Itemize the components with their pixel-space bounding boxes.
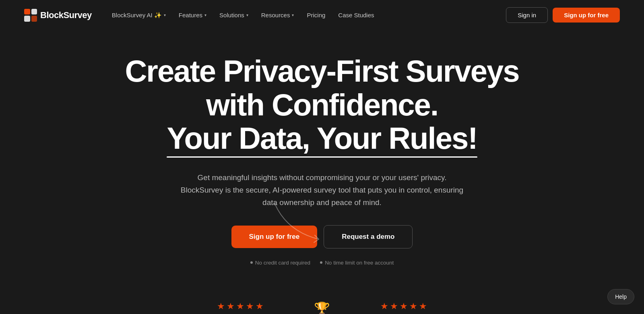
- nav-item-resources[interactable]: Resources ▾: [256, 8, 300, 22]
- nav-right: Sign in Sign up for free: [506, 7, 620, 23]
- nav-item-features[interactable]: Features ▾: [173, 8, 212, 22]
- star-c4: ★: [409, 301, 417, 312]
- g2-stars: ★ ★ ★ ★ ★: [217, 301, 264, 312]
- rating-g2: ★ ★ ★ ★ ★ G2 CROWD 4.8 Star Rating: [217, 301, 264, 314]
- ratings-section: ★ ★ ★ ★ ★ G2 CROWD 4.8 Star Rating 🏆 DAP…: [0, 282, 644, 314]
- nav-item-features-label: Features: [179, 12, 202, 18]
- trophy-icon: 🏆: [314, 301, 330, 314]
- chevron-down-icon: ▾: [204, 13, 206, 17]
- logo-sq-2: [31, 9, 37, 15]
- star-c5: ★: [419, 301, 427, 312]
- logo-icon: [24, 9, 37, 22]
- star-c1: ★: [380, 301, 388, 312]
- hero-title-underline: Your Data, Your Rules!: [167, 121, 477, 155]
- star-c2: ★: [390, 301, 398, 312]
- note-dot-2: [320, 261, 322, 264]
- logo-sq-3: [24, 16, 30, 22]
- sign-up-nav-button[interactable]: Sign up for free: [553, 8, 620, 23]
- nav-item-ai-label: BlockSurvey AI ✨: [112, 12, 162, 19]
- rating-dapp: 🏆 DAPP.COM Editor's choice: [304, 301, 341, 314]
- hero-title-line2: with Confidence. Your Data, Your Rules!: [80, 88, 564, 155]
- hero-notes: No credit card required No time limit on…: [250, 260, 394, 266]
- nav-item-case-studies-label: Case Studies: [338, 12, 374, 18]
- nav-left: BlockSurvey BlockSurvey AI ✨ ▾ Features …: [24, 8, 380, 22]
- hero-title-pre: with Confidence.: [206, 88, 438, 122]
- note-no-credit-card-text: No credit card required: [255, 260, 310, 266]
- logo[interactable]: BlockSurvey: [24, 9, 92, 22]
- star-3: ★: [236, 301, 244, 312]
- star-4: ★: [246, 301, 254, 312]
- logo-mark: BlockSurvey: [24, 9, 92, 22]
- logo-sq-1: [24, 9, 30, 15]
- star-2: ★: [227, 301, 235, 312]
- star-1: ★: [217, 301, 225, 312]
- hero-section: Create Privacy-First Surveys with Confid…: [0, 30, 644, 282]
- help-button[interactable]: Help: [607, 289, 634, 304]
- nav-item-pricing[interactable]: Pricing: [301, 8, 331, 22]
- nav-item-ai[interactable]: BlockSurvey AI ✨ ▾: [106, 8, 171, 22]
- arrow-decoration: [270, 199, 343, 247]
- star-5: ★: [256, 301, 264, 312]
- rating-capterra: ★ ★ ★ ★ ★ CAPTERRA 4.9 Star Rating: [380, 301, 427, 314]
- brand-name: BlockSurvey: [40, 10, 92, 21]
- chevron-down-icon: ▾: [246, 13, 248, 17]
- nav-item-solutions-label: Solutions: [219, 12, 244, 18]
- hero-title-line1: Create Privacy-First Surveys: [125, 54, 519, 88]
- nav-links: BlockSurvey AI ✨ ▾ Features ▾ Solutions …: [106, 8, 380, 22]
- nav-item-case-studies[interactable]: Case Studies: [332, 8, 380, 22]
- note-no-time-limit: No time limit on free account: [320, 260, 394, 266]
- hero-title: Create Privacy-First Surveys with Confid…: [80, 54, 564, 155]
- sign-in-button[interactable]: Sign in: [506, 7, 548, 23]
- chevron-down-icon: ▾: [292, 13, 294, 17]
- nav-item-pricing-label: Pricing: [307, 12, 325, 18]
- nav-item-solutions[interactable]: Solutions ▾: [214, 8, 254, 22]
- navbar: BlockSurvey BlockSurvey AI ✨ ▾ Features …: [0, 0, 644, 30]
- note-no-time-limit-text: No time limit on free account: [325, 260, 394, 266]
- nav-item-resources-label: Resources: [261, 12, 290, 18]
- chevron-down-icon: ▾: [164, 13, 166, 17]
- star-c3: ★: [400, 301, 408, 312]
- capterra-stars: ★ ★ ★ ★ ★: [380, 301, 427, 312]
- note-no-credit-card: No credit card required: [250, 260, 310, 266]
- note-dot-1: [250, 261, 253, 264]
- logo-sq-4: [31, 16, 37, 22]
